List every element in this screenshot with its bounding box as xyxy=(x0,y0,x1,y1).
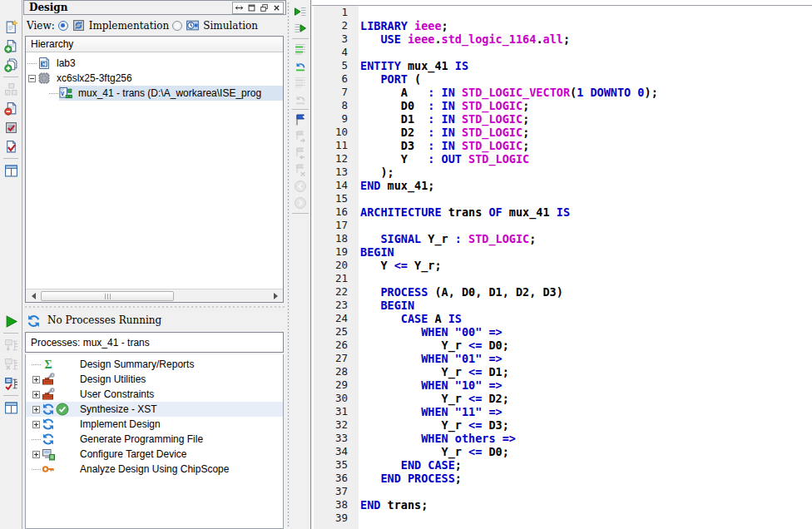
tree-expander-icon[interactable] xyxy=(32,391,40,398)
process-item[interactable]: Generate Programming File xyxy=(26,432,283,447)
design-side-toolbar xyxy=(0,0,22,529)
processes-columns-button[interactable] xyxy=(2,398,20,417)
tree-connector xyxy=(49,93,58,94)
set-as-top-module-button[interactable] xyxy=(2,118,20,136)
restore-panel-button[interactable] xyxy=(258,2,270,13)
summary-icon: Σ xyxy=(42,358,56,371)
process-item-label: Implement Design xyxy=(80,418,161,430)
view-selector-row: View: Implementation Simulation xyxy=(27,16,284,35)
goto-next-marker-button[interactable] xyxy=(291,20,309,37)
line-number: 5 xyxy=(314,59,359,72)
simulation-label: Simulation xyxy=(203,20,258,32)
hierarchy-item[interactable]: xc6slx25-3ftg256 xyxy=(26,71,283,86)
line-number: 26 xyxy=(314,339,359,352)
processes-tree: ΣDesign Summary/ReportsDesign UtilitiesU… xyxy=(25,354,284,529)
code-line: D0 : IN STD_LOGIC; xyxy=(360,99,812,112)
goto-prev-marker-button[interactable] xyxy=(291,3,309,20)
line-number: 21 xyxy=(314,272,359,285)
scroll-right-icon[interactable] xyxy=(270,291,281,301)
chipscope-icon xyxy=(42,462,56,476)
process-item-label: Generate Programming File xyxy=(80,433,203,445)
rerun-all-processes-button[interactable] xyxy=(2,374,20,393)
code-line: Y_r <= D3; xyxy=(360,418,812,432)
line-number: 16 xyxy=(314,205,359,219)
code-line: D3 : IN STD_LOGIC; xyxy=(360,139,812,152)
toolbar-separator xyxy=(3,333,18,334)
hierarchy-item[interactable]: lab3 xyxy=(26,56,283,71)
editor-toolbar xyxy=(290,3,310,215)
check-badge-icon xyxy=(56,403,70,416)
code-line: Y_r <= D0; xyxy=(360,445,812,458)
processes-toolbar xyxy=(0,311,22,418)
implementation-radio[interactable] xyxy=(58,21,68,31)
add-copy-of-source-button[interactable] xyxy=(2,56,20,74)
line-number: 15 xyxy=(314,192,359,205)
tree-expander-icon[interactable] xyxy=(32,451,40,458)
scrollbar-thumb[interactable] xyxy=(41,291,174,301)
process-item[interactable]: ΣDesign Summary/Reports xyxy=(26,357,283,372)
implementation-label: Implementation xyxy=(89,20,170,32)
simulation-radio[interactable] xyxy=(172,21,182,31)
code-line: PROCESS (A, D0, D1, D2, D3) xyxy=(360,285,812,299)
code-line: WHEN "10" => xyxy=(360,378,812,392)
project-icon xyxy=(37,57,52,70)
process-item[interactable]: Implement Design xyxy=(26,417,283,432)
clear-bookmarks-button xyxy=(291,161,309,178)
code-line: END CASE; xyxy=(360,458,812,472)
process-item[interactable]: User Constraints xyxy=(26,387,283,402)
scroll-left-icon[interactable] xyxy=(27,291,39,301)
close-panel-button[interactable] xyxy=(270,2,283,13)
undo-mark-button[interactable] xyxy=(291,57,309,74)
process-item[interactable]: Analyze Design Using ChipScope xyxy=(26,462,283,477)
implementation-icon xyxy=(72,18,86,32)
float-panel-button[interactable] xyxy=(233,2,245,13)
code-line: BEGIN xyxy=(360,245,812,259)
line-number: 8 xyxy=(314,99,359,112)
process-item-label: Analyze Design Using ChipScope xyxy=(80,463,229,475)
process-status-row: No Processes Running xyxy=(27,309,284,331)
view-label: View: xyxy=(27,20,55,32)
toggle-bookmark-button[interactable] xyxy=(291,111,309,128)
code-line: END trans; xyxy=(360,498,812,512)
design-columns-button[interactable] xyxy=(2,161,20,180)
code-line: WHEN "01" => xyxy=(360,352,812,365)
line-number: 29 xyxy=(314,378,359,392)
line-number: 23 xyxy=(314,299,359,312)
process-item[interactable]: Design Utilities xyxy=(26,372,283,387)
process-item[interactable]: Synthesize - XST xyxy=(26,402,283,417)
hierarchy-item-label: lab3 xyxy=(57,57,76,69)
code-line: D1 : IN STD_LOGIC; xyxy=(360,112,812,126)
toolbar-separator xyxy=(292,213,309,214)
hierarchy-box: Hierarchy lab3xc6slx25-3ftg256Vmux_41 - … xyxy=(25,36,284,303)
hierarchy-item[interactable]: Vmux_41 - trans (D:\A_workarea\ISE_prog xyxy=(26,86,283,101)
design-panel-titlebar: Design xyxy=(23,0,286,15)
vhdl-code-editor[interactable]: 1234567891011121314151617181920212223242… xyxy=(312,0,812,529)
run-process-button[interactable] xyxy=(2,312,20,330)
undo-all-marks-button xyxy=(291,91,309,107)
line-number: 6 xyxy=(314,72,359,86)
code-line xyxy=(360,219,812,232)
line-number: 30 xyxy=(314,392,359,405)
code-pane[interactable]: LIBRARY ieee; USE ieee.std_logic_1164.al… xyxy=(360,6,812,529)
file-check-button[interactable] xyxy=(2,137,20,156)
new-source-button[interactable] xyxy=(2,17,20,36)
hierarchy-item-label: xc6slx25-3ftg256 xyxy=(57,72,132,84)
panel-splitter[interactable] xyxy=(23,304,286,309)
tree-connector xyxy=(27,63,37,64)
tree-expander-icon[interactable] xyxy=(32,376,40,383)
tree-expander-icon[interactable] xyxy=(28,75,36,82)
add-source-button[interactable] xyxy=(2,37,20,55)
line-number: 28 xyxy=(314,365,359,378)
prev-bookmark-button xyxy=(291,145,309,161)
remove-source-button[interactable] xyxy=(2,99,20,117)
toolbar-separator xyxy=(3,158,18,159)
editor-toolbar-column xyxy=(286,0,311,529)
code-line: BEGIN xyxy=(360,299,812,312)
maximize-panel-button[interactable] xyxy=(245,2,258,13)
hierarchy-hscrollbar[interactable] xyxy=(26,289,283,302)
tree-expander-icon[interactable] xyxy=(32,406,40,413)
tree-expander-icon[interactable] xyxy=(32,421,40,428)
mark-lines-button[interactable] xyxy=(291,41,309,57)
hierarchy-header: Hierarchy xyxy=(26,37,283,52)
process-item[interactable]: Configure Target Device xyxy=(26,447,283,462)
